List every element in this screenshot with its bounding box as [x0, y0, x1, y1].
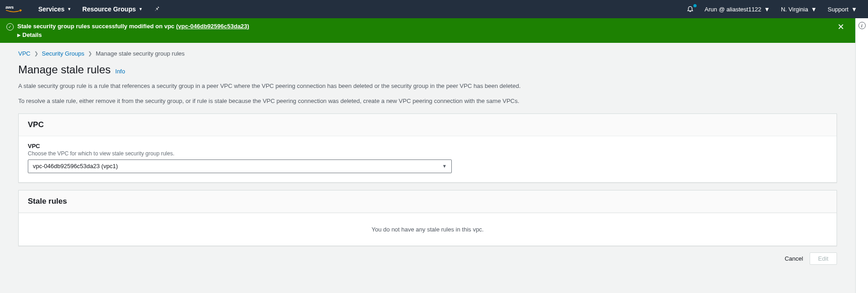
- flash-vpc-link[interactable]: (vpc-046db92596c53da23): [176, 23, 249, 30]
- aws-logo[interactable]: aws: [5, 4, 22, 14]
- triangle-right-icon: ▶: [17, 33, 21, 37]
- breadcrumb-sep: ❯: [88, 51, 92, 57]
- resource-groups-label: Resource Groups: [83, 5, 136, 13]
- support-label: Support: [828, 6, 849, 13]
- vpc-select[interactable]: vpc-046db92596c53da23 (vpc1) ▼: [28, 159, 452, 173]
- success-check-icon: ✓: [6, 23, 14, 31]
- chevron-down-icon: ▼: [139, 7, 143, 11]
- flash-message: Stale security group rules successfully …: [17, 23, 176, 30]
- chevron-down-icon: ▼: [67, 7, 72, 11]
- info-icon[interactable]: i: [858, 22, 866, 29]
- flash-success: ✓ Stale security group rules successfull…: [0, 18, 855, 43]
- stale-rules-header: Stale rules: [19, 190, 837, 213]
- region-label: N. Virginia: [781, 6, 808, 13]
- services-label: Services: [38, 5, 65, 13]
- vpc-panel-body: VPC Choose the VPC for which to view sta…: [19, 136, 837, 182]
- chevron-down-icon: ▼: [442, 164, 447, 169]
- vpc-field-help: Choose the VPC for which to view stale s…: [28, 150, 827, 157]
- breadcrumb-sep: ❯: [34, 51, 38, 57]
- breadcrumb-security-groups[interactable]: Security Groups: [42, 50, 84, 57]
- flash-close-icon[interactable]: ✕: [836, 23, 846, 31]
- vpc-select-value: vpc-046db92596c53da23 (vpc1): [33, 163, 118, 170]
- topbar-right: Arun @ aliastest1122 ▼ N. Virginia ▼ Sup…: [681, 0, 863, 18]
- vpc-field-label: VPC: [28, 143, 827, 149]
- svg-text:aws: aws: [5, 5, 14, 10]
- page-title: Manage stale rules: [18, 63, 111, 76]
- page-content: VPC ❯ Security Groups ❯ Manage stale sec…: [0, 43, 855, 283]
- edit-button[interactable]: Edit: [810, 252, 837, 265]
- breadcrumb-vpc[interactable]: VPC: [18, 50, 31, 57]
- breadcrumb: VPC ❯ Security Groups ❯ Manage stale sec…: [18, 50, 837, 57]
- support-menu[interactable]: Support ▼: [822, 0, 863, 18]
- services-menu[interactable]: Services ▼: [33, 0, 77, 18]
- vpc-panel-header: VPC: [19, 114, 837, 136]
- notifications-icon[interactable]: [681, 5, 699, 14]
- vpc-panel: VPC VPC Choose the VPC for which to view…: [18, 113, 837, 183]
- page-title-row: Manage stale rules Info: [18, 63, 837, 76]
- region-menu[interactable]: N. Virginia ▼: [775, 0, 822, 18]
- flash-details-toggle[interactable]: ▶ Details: [17, 31, 832, 38]
- chevron-down-icon: ▼: [851, 6, 857, 13]
- pin-icon[interactable]: [148, 5, 165, 13]
- page-description-2: To resolve a stale rule, either remove i…: [18, 97, 837, 106]
- cancel-button[interactable]: Cancel: [785, 255, 803, 262]
- stale-rules-empty: You do not have any stale rules in this …: [19, 213, 837, 246]
- info-link[interactable]: Info: [115, 68, 125, 75]
- breadcrumb-current: Manage stale security group rules: [96, 50, 185, 57]
- chevron-down-icon: ▼: [811, 6, 817, 13]
- top-nav: aws Services ▼ Resource Groups ▼ Arun @ …: [0, 0, 868, 18]
- info-sidebar: i: [855, 18, 868, 283]
- notification-dot: [693, 4, 697, 7]
- resource-groups-menu[interactable]: Resource Groups ▼: [77, 0, 148, 18]
- flash-body: Stale security group rules successfully …: [17, 23, 832, 38]
- flash-details-label: Details: [22, 31, 42, 38]
- page-description-1: A stale security group rule is a rule th…: [18, 82, 837, 91]
- account-label: Arun @ aliastest1122: [705, 6, 762, 13]
- stale-rules-panel: Stale rules You do not have any stale ru…: [18, 190, 837, 246]
- account-menu[interactable]: Arun @ aliastest1122 ▼: [699, 0, 775, 18]
- chevron-down-icon: ▼: [764, 6, 770, 13]
- page-actions: Cancel Edit: [18, 252, 837, 265]
